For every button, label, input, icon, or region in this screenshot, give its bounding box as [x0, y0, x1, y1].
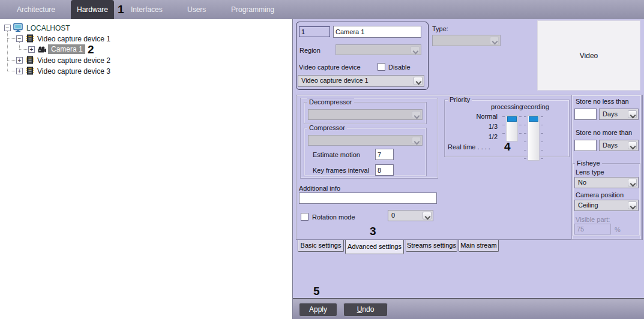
chip-icon [25, 55, 35, 65]
additional-info-input[interactable] [299, 192, 437, 204]
rotation-mode-select[interactable]: 0 [388, 210, 433, 221]
device-tree: LOCALHOST Video capture device 1 Camera … [0, 19, 292, 319]
chevron-down-icon [412, 137, 421, 144]
disable-label: Disable [388, 64, 411, 71]
rotation-mode-checkbox[interactable] [301, 213, 308, 221]
decompressor-select [308, 109, 423, 120]
chevron-down-icon [628, 179, 637, 186]
menu-item-hardware[interactable]: Hardware [71, 0, 114, 20]
menu-item-architecture[interactable]: Architecture [17, 5, 55, 14]
tab-main-stream[interactable]: Main stream [459, 240, 499, 252]
chevron-down-icon [628, 110, 637, 118]
tree-item-video-capture-device-3[interactable]: Video capture device 3 [37, 67, 110, 76]
slider-handle[interactable] [507, 116, 517, 122]
lens-type-label: Lens type [576, 168, 604, 176]
camera-name-input[interactable] [333, 26, 421, 38]
tree-connector [7, 31, 8, 71]
step-annotation-1: 1 [118, 3, 124, 16]
priority-label: Priority [448, 96, 472, 103]
store-max-unit-select[interactable]: Days [599, 140, 639, 151]
video-capture-device-select[interactable]: Video capture device 1 [298, 75, 424, 87]
tree-item-camera-1[interactable]: Camera 1 [51, 45, 83, 54]
rotation-mode-label: Rotation mode [312, 213, 355, 221]
compressor-label: Compressor [307, 124, 347, 131]
slider-ticks [519, 116, 522, 140]
priority-row-one-half: 1/2 [449, 133, 498, 140]
step-annotation-3: 3 [370, 225, 376, 238]
camera-position-label: Camera position [576, 191, 624, 198]
store-min-unit-select[interactable]: Days [599, 109, 639, 120]
additional-info-label: Additional info [299, 185, 340, 192]
apply-button[interactable]: Apply [299, 303, 337, 317]
monitor-icon [13, 23, 23, 32]
visible-part-input [574, 224, 611, 234]
camera-id-input[interactable] [299, 26, 330, 37]
tree-connector [7, 71, 16, 71]
camera-icon [37, 45, 47, 55]
priority-processing-column-label: processing [491, 103, 523, 110]
disable-checkbox[interactable] [378, 63, 385, 71]
camera-position-select[interactable]: Ceiling [574, 200, 639, 211]
store-max-label: Store no more than [576, 129, 632, 136]
estimate-motion-input[interactable] [375, 149, 394, 160]
tree-connector [7, 38, 16, 39]
tree-item-localhost[interactable]: LOCALHOST [26, 24, 70, 33]
chevron-down-icon [414, 77, 423, 85]
slider-ticks [541, 116, 543, 160]
menu-item-interfaces[interactable]: Interfaces [131, 5, 163, 14]
tab-basic-settings[interactable]: Basic settings [298, 240, 344, 252]
tree-connector [19, 42, 20, 49]
chip-icon [25, 34, 35, 43]
step-annotation-2: 2 [88, 43, 94, 56]
slider-ticks [524, 116, 526, 160]
chevron-down-icon [490, 37, 499, 44]
estimate-motion-label: Estimate motion [313, 151, 360, 158]
chevron-down-icon [423, 212, 432, 219]
recording-priority-slider[interactable] [528, 115, 540, 161]
priority-row-real-time: Real time . . . . [448, 143, 490, 151]
tree-item-video-capture-device-1[interactable]: Video capture device 1 [37, 35, 110, 44]
chevron-down-icon [412, 111, 421, 118]
priority-row-normal: Normal [449, 113, 498, 120]
key-frames-interval-label: Key frames interval [313, 167, 369, 174]
expand-collapse-icon[interactable] [28, 46, 35, 53]
type-label: Type: [432, 25, 448, 32]
tree-connector [19, 49, 28, 50]
store-min-input[interactable] [574, 109, 597, 120]
tree-item-video-capture-device-2[interactable]: Video capture device 2 [37, 56, 110, 65]
expand-collapse-icon[interactable] [16, 57, 23, 64]
chip-icon [25, 66, 35, 76]
lens-type-select[interactable]: No [574, 177, 639, 188]
fisheye-label: Fisheye [575, 160, 602, 167]
menu-item-users[interactable]: Users [187, 5, 206, 14]
settings-panel: Region Video capture device Disable Vide… [292, 19, 644, 319]
undo-button[interactable]: Undo [343, 303, 388, 317]
action-bar: Apply Undo [293, 298, 644, 319]
expand-collapse-icon[interactable] [16, 68, 23, 74]
chevron-down-icon [628, 201, 637, 209]
chevron-down-icon [628, 142, 637, 149]
region-select [336, 44, 421, 55]
key-frames-interval-input[interactable] [375, 164, 394, 176]
tab-advanced-settings[interactable]: Advanced settings [345, 240, 404, 254]
video-preview: Video [537, 20, 640, 91]
visible-part-unit-label: % [615, 226, 621, 233]
expand-collapse-icon[interactable] [4, 25, 11, 31]
store-min-label: Store no less than [576, 98, 629, 105]
menu-item-programming[interactable]: Programming [231, 5, 274, 14]
chevron-down-icon [411, 46, 420, 53]
processing-priority-slider[interactable] [506, 115, 518, 142]
decompressor-label: Decompressor [307, 98, 354, 106]
store-max-input[interactable] [574, 140, 597, 151]
region-label: Region [299, 47, 320, 54]
step-annotation-5: 5 [313, 285, 320, 298]
priority-recording-column-label: recording [522, 103, 549, 110]
top-menu-bar: Architecture Hardware 1 Interfaces Users… [0, 0, 644, 19]
expand-collapse-icon[interactable] [16, 35, 23, 42]
type-select [432, 35, 501, 46]
slider-handle[interactable] [529, 116, 538, 122]
slider-ticks [502, 116, 505, 140]
tree-connector [7, 60, 16, 61]
tab-streams-settings[interactable]: Streams settings [406, 240, 457, 252]
app-window: Architecture Hardware 1 Interfaces Users… [0, 0, 644, 319]
